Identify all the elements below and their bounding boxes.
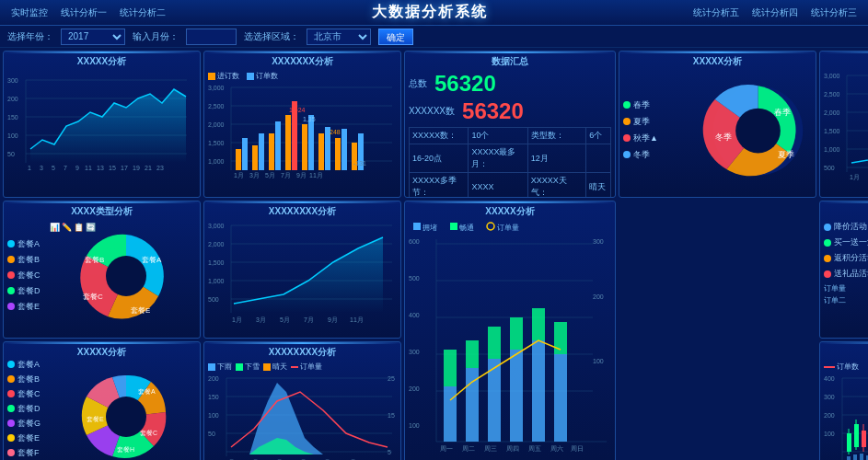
svg-text:套餐H: 套餐H [117, 446, 134, 453]
legend-snow: 下雪 [236, 362, 260, 372]
nav-stats3[interactable]: 统计分析三 [807, 5, 861, 21]
svg-text:11: 11 [85, 165, 92, 171]
pie-chart-2: 套餐A 套餐C 套餐E 套餐H [48, 362, 191, 460]
weather-line-chart: 3,000 2,500 2,000 1,500 1,000 500 1月 3月 … [824, 71, 868, 192]
copy-icon[interactable]: 📋 [74, 223, 84, 232]
svg-rect-38 [269, 133, 274, 170]
legend-gift: 送礼品活动 [824, 268, 868, 280]
nav-stats2[interactable]: 统计分析二 [116, 5, 169, 21]
svg-rect-134 [510, 350, 523, 442]
region-label: 选选择区域： [244, 30, 299, 43]
svg-text:100: 100 [7, 132, 18, 139]
svg-text:周一: 周一 [440, 445, 453, 452]
svg-rect-48 [335, 138, 341, 170]
panel-pie-weather: XXXXX分析 春季 夏季 秋季▲ 冬季 春季 [619, 51, 816, 198]
svg-text:2,500: 2,500 [824, 91, 840, 98]
svg-rect-36 [252, 145, 258, 170]
xxxxxx-label: XXXXXX数 [409, 105, 455, 118]
nav-stats5[interactable]: 统计分析五 [689, 5, 743, 21]
mid-bar-chart: 拥堵 畅通 订单量 600 500 400 300 200 100 300 20… [409, 221, 611, 460]
confirm-button[interactable]: 确定 [378, 29, 413, 45]
svg-rect-49 [341, 129, 347, 170]
svg-text:3,000: 3,000 [208, 223, 225, 229]
svg-text:3,000: 3,000 [208, 85, 225, 91]
region-select[interactable]: 北京市上海市 [307, 29, 371, 45]
svg-text:600: 600 [409, 238, 420, 245]
nav-stats4[interactable]: 统计分析四 [748, 5, 802, 21]
svg-text:周二: 周二 [462, 445, 475, 452]
panel-order: 订单分析 降价活动 买一送一活动 返积分活动 送礼品活动 订单量 订单二 2,0… [819, 201, 868, 339]
legend-buy1get1: 买一送一活动 [824, 236, 868, 248]
svg-text:5: 5 [52, 165, 55, 171]
legend2-c: 套餐C [7, 388, 46, 400]
legend2-d: 套餐D [7, 403, 46, 415]
svg-rect-136 [532, 340, 545, 442]
panel-weather: XXXXX分析 3,000 2,500 2,000 1,500 1,000 50… [819, 51, 868, 198]
svg-text:500: 500 [208, 296, 219, 303]
seasonal-chart: 200 150 100 50 25 15 5 1月 3月 5月 7月 9月 11… [208, 374, 397, 460]
svg-text:100: 100 [824, 431, 835, 437]
summary-table: XXXXX数：10个 类型数：6个 16-20点XXXXX最多月： 12月 XX… [409, 127, 611, 198]
panel-stock-title: XXXXX分析 [824, 346, 868, 359]
svg-text:400: 400 [409, 312, 420, 318]
svg-text:周六: 周六 [550, 445, 563, 452]
chart-icon[interactable]: 📊 [50, 223, 60, 232]
svg-text:套餐C: 套餐C [140, 430, 157, 436]
svg-text:11月: 11月 [309, 172, 323, 178]
panel-line2: XXXXXXXX分析 3,000 2,000 1,500 1,000 500 1… [203, 201, 401, 339]
svg-point-84 [106, 256, 146, 296]
svg-text:15: 15 [388, 412, 395, 419]
svg-text:248: 248 [330, 129, 341, 135]
svg-text:7月: 7月 [304, 316, 314, 323]
svg-text:13: 13 [97, 165, 104, 171]
legend2-b: 套餐B [7, 374, 46, 385]
svg-text:春季: 春季 [774, 108, 791, 117]
svg-rect-35 [242, 138, 248, 170]
summary-title: 数据汇总 [409, 55, 611, 68]
legend-autumn: 秋季▲ [623, 132, 665, 144]
year-select[interactable]: 201720162018 [61, 29, 125, 45]
svg-rect-135 [510, 317, 523, 350]
refresh-icon[interactable]: 🔄 [86, 223, 96, 232]
table-row: XXXXX数：10个 类型数：6个 [410, 128, 611, 144]
svg-rect-131 [466, 340, 479, 368]
page-title: 大数据分析系统 [372, 3, 488, 22]
main-grid: XXXXX分析 300 200 150 100 50 [0, 48, 868, 460]
svg-text:200: 200 [409, 385, 420, 392]
svg-rect-39 [275, 121, 281, 170]
nav-line1[interactable]: 线计分析一 [57, 5, 110, 21]
nav-realtime[interactable]: 实时监控 [7, 5, 52, 21]
svg-rect-133 [488, 327, 501, 359]
svg-text:1,000: 1,000 [208, 158, 225, 165]
svg-text:500: 500 [824, 165, 835, 171]
xxxxxx-value: 56320 [462, 98, 524, 124]
svg-text:50: 50 [208, 431, 215, 437]
nav-right: 统计分析五 统计分析四 统计分析三 [689, 5, 861, 21]
svg-rect-46 [318, 133, 324, 170]
svg-text:-131: -131 [353, 160, 366, 167]
edit-icon[interactable]: ✏️ [62, 223, 72, 232]
svg-text:300: 300 [7, 77, 18, 84]
svg-text:畅通: 畅通 [459, 224, 474, 232]
svg-text:套餐B: 套餐B [85, 256, 104, 264]
svg-text:周日: 周日 [571, 445, 584, 452]
svg-text:1月: 1月 [850, 174, 860, 180]
legend-points: 返积分活动 [824, 252, 868, 264]
legend-summer: 夏季 [623, 116, 665, 128]
svg-text:3月: 3月 [256, 316, 266, 323]
table-row: XXXXX多季节：XXXX XXXXX天气：晴天 [410, 173, 611, 199]
svg-text:11月: 11月 [350, 316, 364, 323]
svg-text:套餐E: 套餐E [131, 306, 150, 315]
svg-text:2,000: 2,000 [824, 109, 840, 116]
legend-orders-line: 订单量 [291, 362, 322, 372]
svg-text:2,000: 2,000 [208, 241, 225, 247]
svg-text:17: 17 [121, 165, 128, 171]
panel-bar1: XXXXXXX分析 进订数 订单数 3,000 2,500 2,000 1,50… [203, 51, 401, 198]
svg-rect-37 [259, 133, 264, 170]
bar-chart-1: 3,000 2,500 2,000 1,500 1,000 1,624 1,35 [208, 83, 397, 191]
legend-order-count: 订单数 [824, 362, 859, 372]
svg-text:周四: 周四 [506, 445, 519, 452]
month-input[interactable] [186, 29, 237, 45]
svg-text:300: 300 [593, 238, 604, 245]
svg-text:1,000: 1,000 [208, 278, 225, 284]
